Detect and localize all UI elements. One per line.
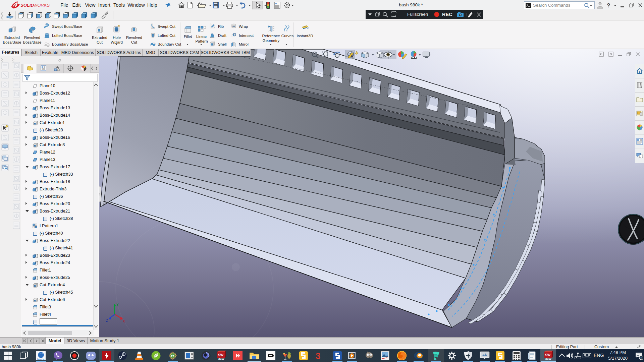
svg-text:SW: SW	[545, 353, 551, 357]
svg-text:SW: SW	[218, 353, 224, 357]
svg-text:Fullscreen: Fullscreen	[407, 12, 428, 17]
svg-text:2: 2	[641, 356, 642, 360]
svg-text:Y: Y	[116, 303, 119, 306]
svg-text:A: A	[351, 54, 354, 59]
svg-text:ab: ab	[232, 25, 235, 27]
svg-text:REC: REC	[442, 12, 452, 17]
svg-text:17: 17	[171, 355, 174, 358]
svg-text:2019: 2019	[545, 357, 551, 360]
svg-text:WORKS: WORKS	[33, 3, 50, 8]
svg-text:2019: 2019	[218, 357, 224, 360]
svg-text:trocen: trocen	[37, 358, 44, 360]
svg-text:Z: Z	[106, 319, 108, 322]
svg-text:3: 3	[316, 351, 320, 361]
svg-text:?: ?	[607, 2, 610, 9]
svg-text:SOLID: SOLID	[20, 3, 34, 8]
svg-text:X: X	[123, 319, 125, 323]
